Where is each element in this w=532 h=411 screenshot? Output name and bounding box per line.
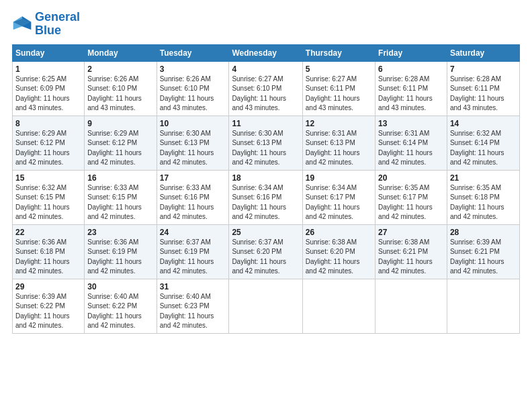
- day-cell: 14Sunrise: 6:32 AMSunset: 6:14 PMDayligh…: [447, 116, 519, 170]
- day-info: Sunrise: 6:37 AMSunset: 6:19 PMDaylight:…: [160, 238, 226, 277]
- day-number: 5: [306, 64, 372, 74]
- day-info: Sunrise: 6:34 AMSunset: 6:16 PMDaylight:…: [232, 183, 299, 222]
- day-cell: 16Sunrise: 6:33 AMSunset: 6:15 PMDayligh…: [85, 170, 157, 224]
- day-info: Sunrise: 6:39 AMSunset: 6:21 PMDaylight:…: [450, 238, 517, 277]
- day-number: 1: [15, 64, 81, 74]
- calendar-table: SundayMondayTuesdayWednesdayThursdayFrid…: [12, 44, 520, 334]
- day-info: Sunrise: 6:38 AMSunset: 6:20 PMDaylight:…: [306, 238, 372, 277]
- day-number: 17: [160, 173, 226, 183]
- week-row-2: 8Sunrise: 6:29 AMSunset: 6:12 PMDaylight…: [13, 116, 520, 170]
- day-number: 15: [15, 173, 81, 183]
- day-number: 9: [87, 119, 153, 128]
- day-cell: 28Sunrise: 6:39 AMSunset: 6:21 PMDayligh…: [447, 224, 519, 279]
- day-info: Sunrise: 6:40 AMSunset: 6:22 PMDaylight:…: [87, 292, 153, 331]
- day-info: Sunrise: 6:32 AMSunset: 6:15 PMDaylight:…: [15, 183, 81, 222]
- header: General Blue: [12, 11, 520, 38]
- day-cell: 13Sunrise: 6:31 AMSunset: 6:14 PMDayligh…: [375, 116, 447, 170]
- col-header-monday: Monday: [85, 44, 157, 61]
- day-number: 22: [15, 228, 81, 237]
- day-number: 26: [306, 228, 372, 237]
- day-info: Sunrise: 6:36 AMSunset: 6:19 PMDaylight:…: [87, 238, 153, 277]
- day-cell: 23Sunrise: 6:36 AMSunset: 6:19 PMDayligh…: [85, 224, 157, 279]
- day-number: 3: [160, 64, 226, 74]
- day-cell: 25Sunrise: 6:37 AMSunset: 6:20 PMDayligh…: [229, 224, 302, 279]
- col-header-wednesday: Wednesday: [229, 44, 302, 61]
- day-cell: 20Sunrise: 6:35 AMSunset: 6:17 PMDayligh…: [375, 170, 447, 224]
- day-number: 18: [232, 173, 299, 183]
- day-info: Sunrise: 6:31 AMSunset: 6:13 PMDaylight:…: [306, 129, 372, 168]
- week-row-3: 15Sunrise: 6:32 AMSunset: 6:15 PMDayligh…: [13, 170, 520, 224]
- day-info: Sunrise: 6:27 AMSunset: 6:11 PMDaylight:…: [306, 75, 372, 113]
- day-number: 12: [306, 119, 372, 128]
- day-cell: 31Sunrise: 6:40 AMSunset: 6:23 PMDayligh…: [157, 279, 229, 333]
- week-row-1: 1Sunrise: 6:25 AMSunset: 6:09 PMDaylight…: [13, 61, 520, 116]
- day-info: Sunrise: 6:26 AMSunset: 6:10 PMDaylight:…: [160, 75, 226, 113]
- day-number: 27: [378, 228, 444, 237]
- page: General Blue SundayMondayTuesdayWednesda…: [0, 0, 532, 411]
- day-cell: 8Sunrise: 6:29 AMSunset: 6:12 PMDaylight…: [13, 116, 85, 170]
- day-info: Sunrise: 6:27 AMSunset: 6:10 PMDaylight:…: [232, 75, 299, 113]
- day-info: Sunrise: 6:29 AMSunset: 6:12 PMDaylight:…: [87, 129, 153, 168]
- day-cell: 18Sunrise: 6:34 AMSunset: 6:16 PMDayligh…: [229, 170, 302, 224]
- day-cell: 3Sunrise: 6:26 AMSunset: 6:10 PMDaylight…: [157, 61, 229, 116]
- col-header-thursday: Thursday: [302, 44, 375, 61]
- day-number: 29: [15, 282, 81, 291]
- day-cell: 30Sunrise: 6:40 AMSunset: 6:22 PMDayligh…: [85, 279, 157, 333]
- calendar-header-row: SundayMondayTuesdayWednesdayThursdayFrid…: [13, 44, 520, 61]
- day-info: Sunrise: 6:38 AMSunset: 6:21 PMDaylight:…: [378, 238, 444, 277]
- day-cell: 19Sunrise: 6:34 AMSunset: 6:17 PMDayligh…: [302, 170, 375, 224]
- day-cell: [302, 279, 375, 333]
- day-cell: 5Sunrise: 6:27 AMSunset: 6:11 PMDaylight…: [302, 61, 375, 116]
- day-number: 16: [87, 173, 153, 183]
- day-info: Sunrise: 6:29 AMSunset: 6:12 PMDaylight:…: [15, 129, 81, 168]
- day-number: 25: [232, 228, 299, 237]
- day-info: Sunrise: 6:28 AMSunset: 6:11 PMDaylight:…: [378, 75, 444, 113]
- day-cell: 17Sunrise: 6:33 AMSunset: 6:16 PMDayligh…: [157, 170, 229, 224]
- day-number: 31: [160, 282, 226, 291]
- day-info: Sunrise: 6:30 AMSunset: 6:13 PMDaylight:…: [160, 129, 226, 168]
- day-info: Sunrise: 6:28 AMSunset: 6:11 PMDaylight:…: [450, 75, 517, 113]
- day-cell: 15Sunrise: 6:32 AMSunset: 6:15 PMDayligh…: [13, 170, 85, 224]
- col-header-friday: Friday: [375, 44, 447, 61]
- day-number: 19: [306, 173, 372, 183]
- day-info: Sunrise: 6:30 AMSunset: 6:13 PMDaylight:…: [232, 129, 299, 168]
- day-number: 14: [450, 119, 517, 128]
- day-cell: 27Sunrise: 6:38 AMSunset: 6:21 PMDayligh…: [375, 224, 447, 279]
- col-header-saturday: Saturday: [447, 44, 519, 61]
- day-info: Sunrise: 6:25 AMSunset: 6:09 PMDaylight:…: [15, 75, 81, 113]
- day-cell: [375, 279, 447, 333]
- day-info: Sunrise: 6:26 AMSunset: 6:10 PMDaylight:…: [87, 75, 153, 113]
- day-cell: 7Sunrise: 6:28 AMSunset: 6:11 PMDaylight…: [447, 61, 519, 116]
- day-info: Sunrise: 6:35 AMSunset: 6:17 PMDaylight:…: [378, 183, 444, 222]
- col-header-sunday: Sunday: [13, 44, 85, 61]
- day-cell: 22Sunrise: 6:36 AMSunset: 6:18 PMDayligh…: [13, 224, 85, 279]
- day-info: Sunrise: 6:31 AMSunset: 6:14 PMDaylight:…: [378, 129, 444, 168]
- day-cell: 9Sunrise: 6:29 AMSunset: 6:12 PMDaylight…: [85, 116, 157, 170]
- day-cell: 21Sunrise: 6:35 AMSunset: 6:18 PMDayligh…: [447, 170, 519, 224]
- logo: General Blue: [12, 11, 80, 38]
- day-info: Sunrise: 6:35 AMSunset: 6:18 PMDaylight:…: [450, 183, 517, 222]
- day-number: 7: [450, 64, 517, 74]
- day-cell: [447, 279, 519, 333]
- day-info: Sunrise: 6:32 AMSunset: 6:14 PMDaylight:…: [450, 129, 517, 168]
- col-header-tuesday: Tuesday: [157, 44, 229, 61]
- day-cell: 4Sunrise: 6:27 AMSunset: 6:10 PMDaylight…: [229, 61, 302, 116]
- day-number: 6: [378, 64, 444, 74]
- logo-text: General Blue: [35, 11, 80, 38]
- day-info: Sunrise: 6:33 AMSunset: 6:16 PMDaylight:…: [160, 183, 226, 222]
- logo-icon: [12, 14, 32, 34]
- day-number: 23: [87, 228, 153, 237]
- day-number: 10: [160, 119, 226, 128]
- day-info: Sunrise: 6:39 AMSunset: 6:22 PMDaylight:…: [15, 292, 81, 331]
- day-number: 20: [378, 173, 444, 183]
- day-cell: 10Sunrise: 6:30 AMSunset: 6:13 PMDayligh…: [157, 116, 229, 170]
- day-cell: 1Sunrise: 6:25 AMSunset: 6:09 PMDaylight…: [13, 61, 85, 116]
- day-info: Sunrise: 6:37 AMSunset: 6:20 PMDaylight:…: [232, 238, 299, 277]
- day-number: 24: [160, 228, 226, 237]
- day-number: 30: [87, 282, 153, 291]
- day-info: Sunrise: 6:40 AMSunset: 6:23 PMDaylight:…: [160, 292, 226, 331]
- day-info: Sunrise: 6:34 AMSunset: 6:17 PMDaylight:…: [306, 183, 372, 222]
- day-cell: 2Sunrise: 6:26 AMSunset: 6:10 PMDaylight…: [85, 61, 157, 116]
- day-number: 4: [232, 64, 299, 74]
- day-number: 28: [450, 228, 517, 237]
